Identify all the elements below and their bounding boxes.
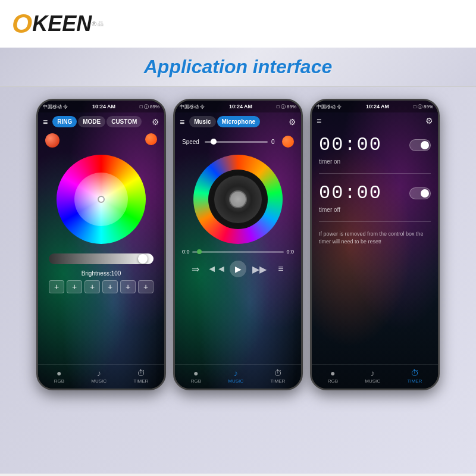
color-wheel[interactable]	[57, 155, 146, 244]
color-ball-left[interactable]	[45, 133, 60, 148]
bottom-rgb-3[interactable]: ● RGB	[328, 368, 338, 384]
timer-off-display: 00:00	[319, 182, 382, 204]
timer-on-label: timer on	[319, 158, 431, 165]
toggle-knob-off	[421, 189, 429, 198]
tab-custom[interactable]: CUSTOM	[107, 116, 142, 127]
brightness-thumb	[138, 254, 148, 264]
play-btn[interactable]: ▶	[230, 261, 246, 277]
list-btn[interactable]: ≡	[273, 261, 289, 277]
brightness-slider[interactable]	[49, 253, 154, 264]
music-icon-3: ♪	[371, 368, 375, 378]
hamburger-icon-1[interactable]: ≡	[43, 117, 48, 127]
speed-value: 0	[271, 139, 278, 145]
preset-btn-3[interactable]: +	[84, 280, 100, 293]
vinyl-center	[229, 190, 247, 208]
time-1: 10:24 AM	[92, 104, 115, 109]
rgb-icon-3: ●	[330, 368, 335, 378]
color-wheel-area: Brightness:100 + + + + + +	[38, 131, 164, 364]
tab-mode[interactable]: MODE	[78, 116, 105, 127]
music-icon-2: ♪	[234, 368, 238, 378]
bottom-music-2[interactable]: ♪ MUSIC	[228, 368, 243, 384]
music-color-ball[interactable]	[282, 136, 294, 148]
shuffle-btn[interactable]: ⇒	[187, 261, 203, 277]
status-bar-1: 中国移动 令 10:24 AM □ ⓘ 89%	[38, 101, 164, 112]
prev-btn[interactable]: ◄◄	[208, 261, 225, 277]
timer-icon-1: ⏱	[137, 368, 145, 378]
bottom-timer-3[interactable]: ⏱ TIMER	[407, 368, 422, 384]
preset-btn-2[interactable]: +	[67, 280, 82, 293]
color-ball-right[interactable]	[145, 133, 157, 145]
bottom-timer-2[interactable]: ⏱ TIMER	[270, 368, 285, 384]
status-bar-2: 中国移动 令 10:24 AM □ ⓘ 89%	[175, 101, 301, 112]
gear-icon-2[interactable]: ⚙	[289, 117, 296, 127]
preset-btn-5[interactable]: +	[120, 280, 136, 293]
timer-label-nav-1: TIMER	[133, 378, 148, 384]
nav-bar-2: ≡ Music Microphone ⚙	[175, 112, 301, 131]
progress-thumb	[197, 249, 202, 254]
icons-3: □ ⓘ 89%	[414, 104, 433, 110]
timer-on-toggle[interactable]	[409, 139, 431, 151]
header: O KEEN ® 品	[0, 0, 476, 48]
phone3-content: ≡ ⚙ 00:00 timer on 00:00	[312, 112, 438, 389]
bottom-music-3[interactable]: ♪ MUSIC	[365, 368, 380, 384]
preset-btn-6[interactable]: +	[138, 280, 154, 293]
progress-row: 0:0 0:0	[180, 246, 296, 257]
controls-row: ⇒ ◄◄ ▶ ▶▶ ≡	[180, 257, 296, 281]
preset-buttons: + + + + + +	[46, 280, 156, 293]
bottom-rgb-2[interactable]: ● RGB	[191, 368, 201, 384]
bottom-rgb-1[interactable]: ● RGB	[54, 368, 64, 384]
color-balls-row	[43, 133, 159, 150]
hamburger-icon-3[interactable]: ≡	[317, 116, 321, 126]
divider-2	[319, 221, 431, 222]
tab-microphone-btn[interactable]: Microphone	[217, 116, 261, 127]
carrier-3: 中国移动 令	[317, 104, 342, 110]
icons-2: □ ⓘ 89%	[277, 104, 296, 110]
rgb-label-3: RGB	[328, 378, 338, 384]
bottom-music-1[interactable]: ♪ MUSIC	[91, 368, 107, 384]
wheel-center	[98, 196, 105, 203]
time-start: 0:0	[182, 249, 190, 255]
icons-1: □ ⓘ 89%	[140, 104, 159, 110]
bottom-timer-1[interactable]: ⏱ TIMER	[133, 368, 148, 384]
music-area: Speed 0 0:0	[175, 131, 301, 364]
bottom-nav-3: ● RGB ♪ MUSIC ⏱ TIMER	[312, 364, 438, 389]
logo-keen-text: KEEN	[32, 11, 92, 36]
rgb-label-2: RGB	[191, 378, 201, 384]
timer-off-toggle[interactable]	[409, 187, 431, 199]
speed-label: Speed	[182, 139, 201, 145]
nav-bar-3: ≡ ⚙	[312, 112, 438, 129]
rgb-label-1: RGB	[54, 378, 64, 384]
bottom-nav-2: ● RGB ♪ MUSIC ⏱ TIMER	[175, 364, 301, 389]
status-bar-3: 中国移动 令 10:24 AM □ ⓘ 89%	[312, 101, 438, 112]
timer-area: 00:00 timer on 00:00 timer off If power …	[312, 129, 438, 364]
gear-icon-1[interactable]: ⚙	[152, 117, 159, 127]
time-2: 10:24 AM	[229, 104, 252, 109]
phone2-content: ≡ Music Microphone ⚙ Speed 0	[175, 112, 301, 389]
timer-label-nav-2: TIMER	[270, 378, 285, 384]
divider-1	[319, 173, 431, 174]
phone-2-music: 中国移动 令 10:24 AM □ ⓘ 89% ≡ Music Micropho…	[173, 99, 303, 390]
speed-row: Speed 0	[180, 133, 296, 152]
timer-off-row: 00:00	[319, 182, 431, 204]
nav-tabs-2: Music Microphone	[189, 116, 286, 127]
next-btn[interactable]: ▶▶	[251, 261, 268, 277]
tab-ring[interactable]: RING	[52, 116, 77, 127]
timer-on-display: 00:00	[319, 134, 382, 156]
timer-label-nav-3: TIMER	[407, 378, 422, 384]
gear-icon-3[interactable]: ⚙	[425, 116, 433, 126]
timer-icon-2: ⏱	[274, 368, 282, 378]
bottom-nav-1: ● RGB ♪ MUSIC ⏱ TIMER	[38, 364, 164, 389]
preset-btn-4[interactable]: +	[102, 280, 118, 293]
rgb-icon-2: ●	[193, 368, 198, 378]
phone1-content: ≡ RING MODE CUSTOM ⚙	[38, 112, 164, 389]
carrier-1: 中国移动 令	[43, 104, 68, 110]
phone-3-timer: 中国移动 令 10:24 AM □ ⓘ 89% ≡ ⚙ 00:00 timer …	[310, 99, 440, 390]
hamburger-icon-2[interactable]: ≡	[180, 117, 184, 127]
page-title: Application interface	[8, 56, 468, 78]
preset-btn-1[interactable]: +	[49, 280, 64, 293]
title-banner: Application interface	[0, 48, 476, 87]
speed-slider[interactable]	[205, 141, 268, 143]
progress-bar[interactable]	[192, 251, 284, 253]
tab-music-btn[interactable]: Music	[189, 116, 215, 127]
carrier-2: 中国移动 令	[180, 104, 205, 110]
